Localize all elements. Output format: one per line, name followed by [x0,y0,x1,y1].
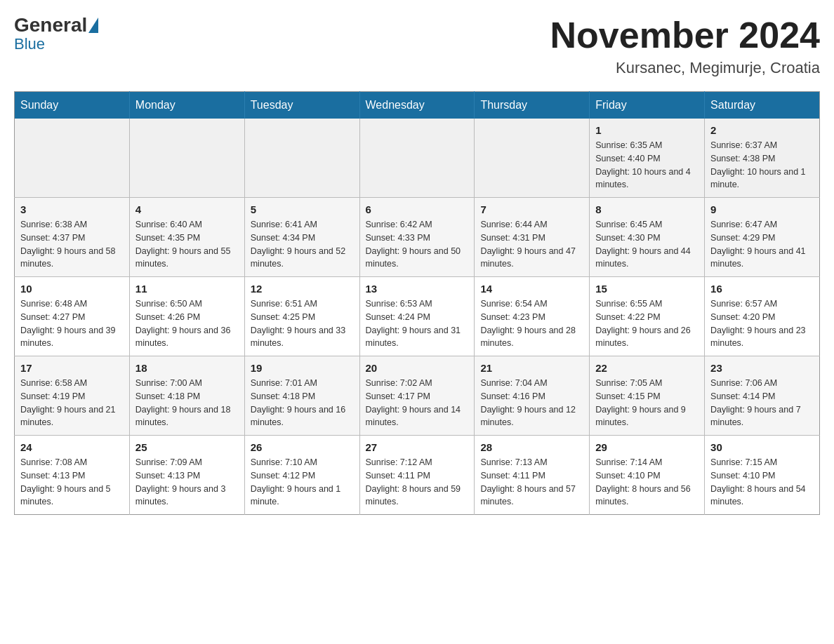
day-number: 14 [480,283,583,295]
calendar-cell: 18Sunrise: 7:00 AMSunset: 4:18 PMDayligh… [129,356,244,436]
calendar-header-row: SundayMondayTuesdayWednesdayThursdayFrid… [15,92,820,119]
day-info: Sunrise: 6:53 AMSunset: 4:24 PMDaylight:… [366,297,469,350]
day-info: Sunrise: 7:10 AMSunset: 4:12 PMDaylight:… [251,456,354,509]
calendar-header-sunday: Sunday [15,92,130,119]
day-info: Sunrise: 7:06 AMSunset: 4:14 PMDaylight:… [710,377,814,429]
logo-general-text: General [14,14,87,36]
day-info: Sunrise: 7:14 AMSunset: 4:10 PMDaylight:… [595,456,699,509]
day-number: 28 [480,441,583,453]
day-info: Sunrise: 7:09 AMSunset: 4:13 PMDaylight:… [135,456,239,509]
day-info: Sunrise: 6:48 AMSunset: 4:27 PMDaylight:… [20,297,124,350]
day-number: 4 [135,203,239,215]
calendar-cell: 27Sunrise: 7:12 AMSunset: 4:11 PMDayligh… [359,436,475,515]
day-info: Sunrise: 7:13 AMSunset: 4:11 PMDaylight:… [480,456,583,509]
calendar-cell: 16Sunrise: 6:57 AMSunset: 4:20 PMDayligh… [705,277,820,356]
month-title: November 2024 [550,14,820,56]
day-info: Sunrise: 7:05 AMSunset: 4:15 PMDaylight:… [595,377,699,429]
calendar-cell: 15Sunrise: 6:55 AMSunset: 4:22 PMDayligh… [590,277,705,356]
day-number: 12 [251,283,354,295]
day-info: Sunrise: 6:41 AMSunset: 4:34 PMDaylight:… [251,218,354,271]
calendar-cell: 2Sunrise: 6:37 AMSunset: 4:38 PMDaylight… [705,119,820,198]
day-info: Sunrise: 7:15 AMSunset: 4:10 PMDaylight:… [710,456,814,509]
calendar-cell [475,119,590,198]
day-info: Sunrise: 7:04 AMSunset: 4:16 PMDaylight:… [480,377,583,429]
calendar-cell: 24Sunrise: 7:08 AMSunset: 4:13 PMDayligh… [15,436,130,515]
day-info: Sunrise: 6:54 AMSunset: 4:23 PMDaylight:… [480,297,583,350]
calendar-cell [244,119,359,198]
calendar-cell: 3Sunrise: 6:38 AMSunset: 4:37 PMDaylight… [15,198,130,277]
logo-blue-text: Blue [14,35,45,53]
day-info: Sunrise: 7:12 AMSunset: 4:11 PMDaylight:… [366,456,469,509]
day-number: 24 [20,441,124,453]
day-number: 13 [366,283,469,295]
location-title: Kursanec, Megimurje, Croatia [550,59,820,77]
calendar-cell: 1Sunrise: 6:35 AMSunset: 4:40 PMDaylight… [590,119,705,198]
day-number: 10 [20,283,124,295]
day-number: 15 [595,283,699,295]
calendar-cell [359,119,475,198]
calendar-cell: 6Sunrise: 6:42 AMSunset: 4:33 PMDaylight… [359,198,475,277]
day-number: 27 [366,441,469,453]
calendar-cell: 17Sunrise: 6:58 AMSunset: 4:19 PMDayligh… [15,356,130,436]
day-number: 7 [480,203,583,215]
day-number: 19 [251,362,354,374]
day-number: 21 [480,362,583,374]
calendar-header-wednesday: Wednesday [359,92,475,119]
day-info: Sunrise: 6:40 AMSunset: 4:35 PMDaylight:… [135,218,239,271]
calendar-cell: 11Sunrise: 6:50 AMSunset: 4:26 PMDayligh… [129,277,244,356]
calendar-week-row: 24Sunrise: 7:08 AMSunset: 4:13 PMDayligh… [15,436,820,515]
day-info: Sunrise: 6:44 AMSunset: 4:31 PMDaylight:… [480,218,583,271]
logo: General Blue [14,14,100,53]
calendar-cell: 20Sunrise: 7:02 AMSunset: 4:17 PMDayligh… [359,356,475,436]
calendar-cell: 28Sunrise: 7:13 AMSunset: 4:11 PMDayligh… [475,436,590,515]
day-info: Sunrise: 6:47 AMSunset: 4:29 PMDaylight:… [710,218,814,271]
day-info: Sunrise: 6:57 AMSunset: 4:20 PMDaylight:… [710,297,814,350]
calendar-cell [15,119,130,198]
day-info: Sunrise: 7:01 AMSunset: 4:18 PMDaylight:… [251,377,354,429]
calendar-week-row: 10Sunrise: 6:48 AMSunset: 4:27 PMDayligh… [15,277,820,356]
day-number: 11 [135,283,239,295]
calendar-cell: 13Sunrise: 6:53 AMSunset: 4:24 PMDayligh… [359,277,475,356]
calendar-cell [129,119,244,198]
day-info: Sunrise: 7:08 AMSunset: 4:13 PMDaylight:… [20,456,124,509]
day-info: Sunrise: 7:00 AMSunset: 4:18 PMDaylight:… [135,377,239,429]
day-info: Sunrise: 6:38 AMSunset: 4:37 PMDaylight:… [20,218,124,271]
calendar-week-row: 3Sunrise: 6:38 AMSunset: 4:37 PMDaylight… [15,198,820,277]
day-number: 1 [595,124,699,136]
calendar-cell: 29Sunrise: 7:14 AMSunset: 4:10 PMDayligh… [590,436,705,515]
calendar-header-thursday: Thursday [475,92,590,119]
page-header: General Blue November 2024 Kursanec, Meg… [14,14,820,77]
day-number: 23 [710,362,814,374]
day-info: Sunrise: 6:45 AMSunset: 4:30 PMDaylight:… [595,218,699,271]
calendar-cell: 8Sunrise: 6:45 AMSunset: 4:30 PMDaylight… [590,198,705,277]
day-info: Sunrise: 6:50 AMSunset: 4:26 PMDaylight:… [135,297,239,350]
calendar-week-row: 1Sunrise: 6:35 AMSunset: 4:40 PMDaylight… [15,119,820,198]
calendar-cell: 30Sunrise: 7:15 AMSunset: 4:10 PMDayligh… [705,436,820,515]
calendar-header-friday: Friday [590,92,705,119]
day-info: Sunrise: 6:42 AMSunset: 4:33 PMDaylight:… [366,218,469,271]
day-number: 20 [366,362,469,374]
calendar-cell: 5Sunrise: 6:41 AMSunset: 4:34 PMDaylight… [244,198,359,277]
calendar-header-saturday: Saturday [705,92,820,119]
day-number: 26 [251,441,354,453]
day-number: 22 [595,362,699,374]
day-info: Sunrise: 6:55 AMSunset: 4:22 PMDaylight:… [595,297,699,350]
calendar-cell: 14Sunrise: 6:54 AMSunset: 4:23 PMDayligh… [475,277,590,356]
calendar-cell: 19Sunrise: 7:01 AMSunset: 4:18 PMDayligh… [244,356,359,436]
day-number: 16 [710,283,814,295]
calendar-cell: 12Sunrise: 6:51 AMSunset: 4:25 PMDayligh… [244,277,359,356]
day-number: 29 [595,441,699,453]
calendar-header-tuesday: Tuesday [244,92,359,119]
day-number: 2 [710,124,814,136]
day-info: Sunrise: 6:35 AMSunset: 4:40 PMDaylight:… [595,139,699,192]
calendar-week-row: 17Sunrise: 6:58 AMSunset: 4:19 PMDayligh… [15,356,820,436]
day-number: 5 [251,203,354,215]
day-number: 25 [135,441,239,453]
calendar-cell: 10Sunrise: 6:48 AMSunset: 4:27 PMDayligh… [15,277,130,356]
calendar-cell: 23Sunrise: 7:06 AMSunset: 4:14 PMDayligh… [705,356,820,436]
calendar-cell: 21Sunrise: 7:04 AMSunset: 4:16 PMDayligh… [475,356,590,436]
calendar-header-monday: Monday [129,92,244,119]
day-info: Sunrise: 6:37 AMSunset: 4:38 PMDaylight:… [710,139,814,192]
calendar-table: SundayMondayTuesdayWednesdayThursdayFrid… [14,91,820,515]
day-number: 30 [710,441,814,453]
